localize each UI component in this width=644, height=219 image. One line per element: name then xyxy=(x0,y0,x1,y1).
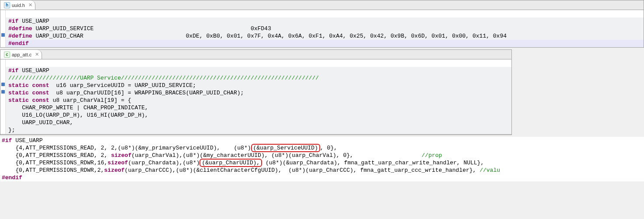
header-file-icon: h xyxy=(4,2,10,8)
pane-border xyxy=(0,134,511,135)
code-line: {0,ATT_PERMISSIONS_RDWR,16,sizeof(uarp_C… xyxy=(0,159,644,167)
highlight-box-service-uuid: (&uarp_ServiceUUID) xyxy=(251,144,320,152)
gutter-marker xyxy=(1,83,5,86)
tab-label: app_att.c xyxy=(12,52,32,57)
code-line: {0,ATT_PERMISSIONS_RDWR,2,sizeof(uarp_Ch… xyxy=(0,167,644,174)
code-line: static const u8 uarp_CharUUID[16] = WRAP… xyxy=(6,89,511,97)
editor-pane-uuid-h: h uuid.h ✕ #if USE_UARP #define UARP_UUI… xyxy=(0,0,644,48)
code-line: {0,ATT_PERMISSIONS_READ, 2, sizeof(uarp_… xyxy=(0,152,644,159)
code-line: /////////////////////UARP Service///////… xyxy=(6,74,511,82)
editor-pane-app-att-c: c app_att.c ✕ #if USE_UARP /////////////… xyxy=(0,49,512,135)
close-icon[interactable]: ✕ xyxy=(28,2,32,8)
code-lines[interactable]: #if USE_UARP /////////////////////UARP S… xyxy=(6,59,511,134)
gutter-marker xyxy=(1,90,5,94)
highlight-box-char-uuid: (&uarp_CharUUID), xyxy=(200,159,262,167)
c-file-icon: c xyxy=(4,52,10,58)
code-line: static const u8 uarp_CharVal[19] = { xyxy=(6,97,511,104)
code-line: #define UARP_UUID_CHAR 0xDE, 0xB0, 0x01,… xyxy=(6,32,644,40)
code-line: }; xyxy=(6,126,511,134)
tab-app-att-c[interactable]: c app_att.c ✕ xyxy=(0,50,42,59)
editor-pane-snippet: #if USE_UARP {4,ATT_PERMISSIONS_READ, 2,… xyxy=(0,137,644,181)
close-icon[interactable]: ✕ xyxy=(35,52,39,57)
code-viewport: #if USE_UARP /////////////////////UARP S… xyxy=(0,59,511,134)
code-line: CHAR_PROP_WRITE | CHAR_PROP_INDICATE, xyxy=(6,104,511,111)
code-line: #if USE_UARP xyxy=(0,137,644,144)
tab-label: uuid.h xyxy=(12,3,25,8)
code-lines[interactable]: #if USE_UARP #define UARP_UUID_SERVICE 0… xyxy=(6,10,644,47)
code-line: UARP_UUID_CHAR, xyxy=(6,119,511,126)
code-viewport: #if USE_UARP #define UARP_UUID_SERVICE 0… xyxy=(0,10,644,47)
code-lines[interactable]: #if USE_UARP {4,ATT_PERMISSIONS_READ, 2,… xyxy=(0,137,644,181)
gutter-marker xyxy=(1,33,5,37)
tab-bar: c app_att.c ✕ xyxy=(0,50,511,59)
code-line: #if USE_UARP xyxy=(6,67,511,74)
blank-line xyxy=(6,59,511,67)
code-line: static const u16 uarp_ServiceUUID = UARP… xyxy=(6,82,511,89)
code-line: #if USE_UARP xyxy=(6,17,644,25)
gutter xyxy=(0,59,6,134)
code-line: U16_LO(UARP_DP_H), U16_HI(UARP_DP_H), xyxy=(6,111,511,119)
tab-uuid-h[interactable]: h uuid.h ✕ xyxy=(0,0,35,10)
code-line: #define UARP_UUID_SERVICE 0xFD43 xyxy=(6,25,644,32)
code-line: #endif xyxy=(6,40,644,47)
code-line: {4,ATT_PERMISSIONS_READ, 2, 2,(u8*)(&my_… xyxy=(0,144,644,152)
gutter xyxy=(0,10,6,47)
code-line: #endif xyxy=(0,174,644,181)
blank-line xyxy=(6,10,644,17)
tab-bar: h uuid.h ✕ xyxy=(0,0,644,10)
